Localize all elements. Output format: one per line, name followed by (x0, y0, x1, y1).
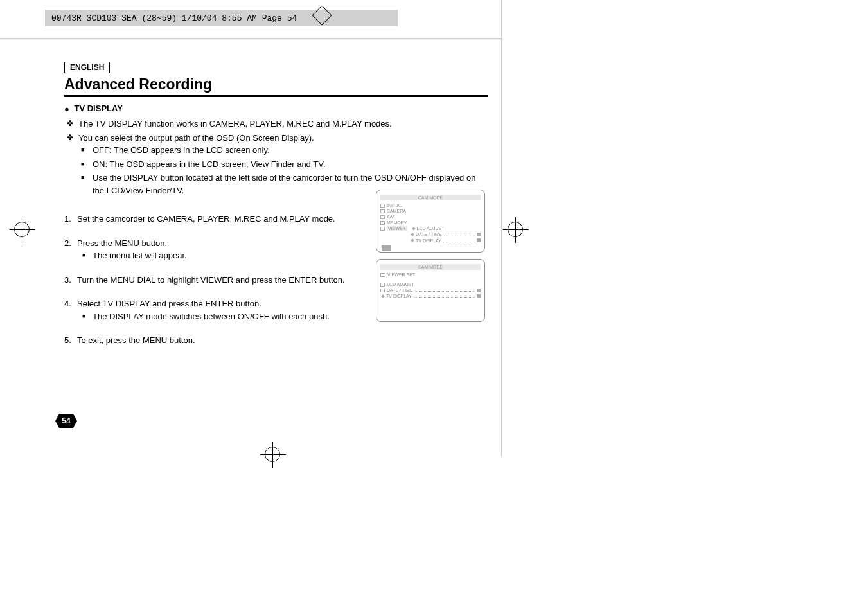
diamond-icon (381, 294, 385, 298)
folder-icon (380, 209, 385, 213)
folder-icon (380, 289, 385, 292)
page-number: 54 (62, 416, 70, 425)
square-icon (477, 238, 481, 242)
list-item: OFF: The OSD appears in the LCD screen o… (93, 144, 488, 157)
menu-label-selected: VIEWER (387, 226, 407, 231)
return-icon (380, 273, 385, 277)
page-title: Advanced Recording (64, 76, 488, 97)
menu-item: INITIAL (380, 202, 481, 208)
dotted-line (414, 294, 475, 298)
menu-label: DATE / TIME (387, 287, 413, 293)
step-text: Select TV DISPLAY and press the ENTER bu… (77, 299, 261, 308)
diamond-icon (411, 233, 414, 236)
list-item: ON: The OSD appears in the LCD screen, V… (93, 158, 488, 171)
folder-icon (380, 215, 385, 219)
dotted-line (444, 233, 475, 236)
folder-icon (380, 221, 385, 225)
menu-item: DATE / TIME (380, 287, 481, 293)
diamond-icon (411, 238, 414, 242)
step-text: Set the camcorder to CAMERA, PLAYER, M.R… (77, 214, 335, 224)
header-meta-text: 00743R SCD103 SEA (28~59) 1/10/04 8:55 A… (51, 13, 297, 23)
menu-label: CAMERA (387, 208, 406, 214)
menu-label: MEMORY (387, 220, 407, 226)
menu-screen-2: CAM MODE VIEWER SET LCD ADJUST DATE / TI… (376, 259, 485, 322)
folder-icon (380, 227, 385, 231)
menu-screens: CAM MODE INITIAL CAMERA A/V MEMORY VIEWE… (376, 190, 485, 328)
intro-sublist: OFF: The OSD appears in the LCD screen o… (78, 144, 488, 197)
step-number: 4. (64, 298, 71, 310)
step-number: 2. (64, 237, 71, 250)
menu-item: TV DISPLAY (380, 293, 481, 299)
section-title: ● TV DISPLAY (64, 103, 488, 114)
diamond-icon (412, 227, 416, 231)
registration-mark-icon (508, 222, 523, 237)
menu-item: VIEWER LCD ADJUST (380, 226, 481, 231)
menu-label: VIEWER SET (387, 272, 415, 278)
step-number: 5. (64, 334, 71, 347)
screen-title: CAM MODE (380, 264, 481, 270)
square-icon (477, 294, 481, 298)
submenu-item: DATE / TIME (410, 231, 481, 237)
menu-item: CAMERA (380, 208, 481, 214)
language-badge: ENGLISH (64, 62, 110, 73)
square-icon (477, 289, 481, 292)
folder-icon (380, 204, 385, 208)
step-item: 5. To exit, press the MENU button. (64, 334, 488, 347)
menu-label: A/V (387, 214, 394, 220)
list-item: The TV DISPLAY function works in CAMERA,… (78, 118, 488, 130)
cursor-icon (382, 245, 391, 251)
menu-item: LCD ADJUST (380, 281, 481, 287)
menu-set-item: VIEWER SET (380, 272, 481, 278)
screen-title: CAM MODE (380, 195, 481, 200)
section-title-text: TV DISPLAY (74, 103, 122, 113)
step-number: 1. (64, 213, 71, 226)
registration-mark-icon (265, 447, 280, 462)
submenu-item: TV DISPLAY (410, 238, 481, 244)
menu-label: TV DISPLAY (386, 293, 412, 299)
list-item-text: You can select the output path of the OS… (78, 133, 314, 143)
step-text: To exit, press the MENU button. (77, 335, 195, 345)
step-text: Press the MENU button. (77, 238, 167, 248)
folder-icon (380, 283, 385, 287)
rule-line-thin (0, 39, 501, 40)
menu-label: INITIAL (387, 202, 402, 208)
menu-screen-1: CAM MODE INITIAL CAMERA A/V MEMORY VIEWE… (376, 190, 485, 253)
menu-cursor (380, 244, 481, 251)
submenu-label: LCD ADJUST (417, 226, 445, 231)
bullet-icon: ● (64, 104, 69, 114)
dotted-line (415, 289, 475, 292)
menu-label: LCD ADJUST (387, 281, 414, 287)
dotted-line (443, 239, 475, 242)
page-number-badge: 54 (55, 414, 77, 428)
menu-item: MEMORY (380, 220, 481, 226)
step-text: Turn the MENU DIAL to highlight VIEWER a… (77, 275, 345, 285)
vertical-divider (501, 0, 502, 456)
step-number: 3. (64, 274, 71, 287)
registration-mark-icon (14, 222, 30, 237)
square-icon (477, 233, 481, 236)
intro-list: The TV DISPLAY function works in CAMERA,… (64, 118, 488, 197)
header-meta-bar: 00743R SCD103 SEA (28~59) 1/10/04 8:55 A… (45, 10, 398, 26)
submenu-label: DATE / TIME (416, 231, 442, 237)
submenu-label: TV DISPLAY (416, 238, 441, 244)
list-item: You can select the output path of the OS… (78, 132, 488, 197)
menu-item: A/V (380, 214, 481, 220)
